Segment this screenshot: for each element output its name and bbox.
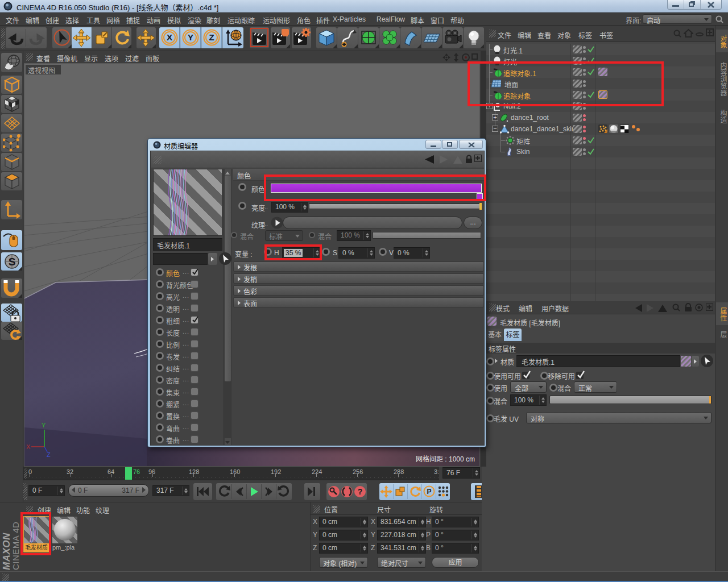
svg-text:Z: Z [47, 451, 51, 458]
svg-text:?: ? [358, 487, 363, 496]
svg-text:X: X [167, 32, 172, 42]
svg-text:X: X [26, 443, 31, 450]
svg-text:Z: Z [209, 32, 214, 42]
svg-text:Y: Y [42, 422, 46, 429]
svg-text:网格间距 : 1000 cm: 网格间距 : 1000 cm [416, 455, 475, 463]
svg-text:S: S [9, 256, 16, 268]
svg-text:Y: Y [188, 32, 193, 42]
svg-text:P: P [427, 488, 431, 496]
